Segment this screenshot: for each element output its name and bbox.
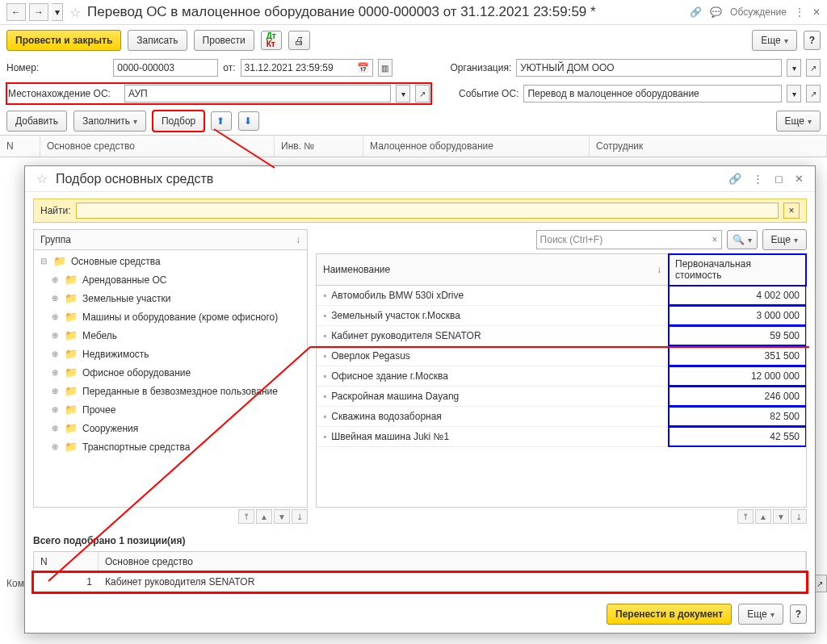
help-button-top[interactable]: ?	[804, 31, 821, 50]
modal-title: Подбор основных средств	[56, 172, 720, 186]
list-more-button[interactable]: Еще	[762, 229, 807, 250]
tree-item[interactable]: ⊕📁Офисное оборудование	[34, 363, 307, 382]
modal-close-icon[interactable]: ✕	[791, 173, 807, 185]
event-field[interactable]: Перевод в малоценное оборудование	[523, 85, 782, 102]
link-icon[interactable]: 🔗	[690, 6, 702, 18]
add-row-button[interactable]: Добавить	[6, 111, 67, 132]
nav-back-button[interactable]: ←	[6, 3, 26, 21]
list-item[interactable]: ▪Раскройная машина Dayang246 000	[317, 387, 806, 407]
expand-icon[interactable]: ⊕	[50, 424, 60, 433]
save-button[interactable]: Записать	[128, 30, 187, 51]
modal-favorite-icon[interactable]: ☆	[36, 171, 48, 186]
fill-button[interactable]: Заполнить	[73, 111, 146, 132]
search-clear-icon[interactable]: ×	[712, 234, 718, 245]
date-mode-button[interactable]: ▥	[378, 59, 393, 77]
event-dropdown[interactable]: ▾	[787, 85, 801, 102]
discuss-icon[interactable]: 💬	[710, 6, 722, 18]
list-item[interactable]: ▪Земельный участок г.Москва3 000 000	[317, 306, 806, 326]
folder-icon: 📁	[65, 348, 78, 360]
tree-item[interactable]: ⊕📁Недвижимость	[34, 345, 307, 363]
item-icon: ▪	[323, 431, 326, 442]
folder-icon: 📁	[65, 329, 78, 341]
expand-icon[interactable]: ⊕	[50, 405, 60, 414]
number-field[interactable]: 0000-000003	[113, 59, 218, 77]
expand-icon[interactable]: ⊕	[50, 387, 60, 395]
modal-link-icon[interactable]: 🔗	[725, 173, 745, 185]
tree-item[interactable]: ⊕📁Транспортные средства	[34, 437, 307, 456]
search-button[interactable]: 🔍	[727, 230, 758, 249]
group-column-header[interactable]: Группа ↓	[33, 229, 308, 250]
post-button[interactable]: Провести	[194, 30, 254, 51]
tree-item[interactable]: ⊕📁Прочее	[34, 400, 307, 419]
col-cost-header[interactable]: Первоначальная стоимость	[669, 254, 806, 286]
list-nav-up[interactable]: ▲	[755, 509, 771, 524]
modal-more-button[interactable]: Еще	[738, 604, 783, 625]
collapse-icon[interactable]: ⊟	[39, 257, 48, 266]
kebab-menu-icon[interactable]: ⋮	[795, 6, 804, 18]
tree-nav-up[interactable]: ▲	[256, 509, 272, 524]
modal-kebab-icon[interactable]: ⋮	[749, 173, 766, 185]
tree-root[interactable]: ⊟ 📁 Основные средства	[34, 252, 307, 270]
close-icon[interactable]: ✕	[812, 6, 821, 18]
tree-item[interactable]: ⊕📁Земельные участки	[34, 289, 307, 307]
print-button[interactable]: 🖨	[288, 31, 310, 50]
org-field[interactable]: УЮТНЫЙ ДОМ ООО	[516, 59, 782, 77]
tree-item[interactable]: ⊕📁Переданные в безвозмездное пользование	[34, 382, 307, 400]
nav-history-dropdown[interactable]: ▾	[52, 3, 63, 21]
list-nav-down[interactable]: ▼	[773, 509, 789, 524]
event-open[interactable]: ↗	[806, 85, 821, 102]
col-name-header[interactable]: Наименование↓	[317, 254, 669, 286]
dtkt-button[interactable]: ДтКт	[261, 31, 282, 50]
expand-icon[interactable]: ⊕	[50, 349, 60, 358]
list-item[interactable]: ▪Швейная машина Juki №142 550	[317, 427, 806, 447]
move-up-button[interactable]: ⬆	[211, 111, 232, 131]
pick-button[interactable]: Подбор	[153, 111, 204, 132]
transfer-to-doc-button[interactable]: Перенести в документ	[607, 604, 732, 625]
folder-icon: 📁	[65, 311, 78, 323]
tree-item[interactable]: ⊕📁Мебель	[34, 326, 307, 345]
tree-nav-down[interactable]: ▼	[274, 509, 290, 524]
expand-icon[interactable]: ⊕	[50, 275, 60, 284]
discuss-label[interactable]: Обсуждение	[730, 6, 787, 18]
location-field[interactable]: АУП	[124, 85, 391, 102]
folder-icon: 📁	[65, 274, 78, 286]
move-down-button[interactable]: ⬇	[238, 111, 259, 131]
list-item[interactable]: ▪Автомобиль BMW 530i xDrive4 002 000	[317, 286, 806, 306]
list-item[interactable]: ▪Кабинет руководителя SENATOR59 500	[317, 326, 806, 346]
more-button-top[interactable]: Еще	[752, 30, 796, 51]
table-more-button[interactable]: Еще	[776, 111, 821, 132]
calendar-icon[interactable]: 📅	[357, 62, 369, 73]
list-nav-first[interactable]: ⤒	[737, 509, 754, 524]
list-item[interactable]: ▪Скважина водозаборная82 500	[317, 407, 806, 427]
tree-item[interactable]: ⊕📁Арендованные ОС	[34, 270, 307, 289]
modal-maximize-icon[interactable]: ◻	[771, 173, 787, 185]
org-open[interactable]: ↗	[806, 59, 821, 77]
search-input-box[interactable]: Поиск (Ctrl+F) ×	[536, 230, 722, 249]
tree-item[interactable]: ⊕📁Машины и оборудование (кроме офисного)	[34, 307, 307, 326]
find-input[interactable]	[76, 203, 779, 219]
tree-item[interactable]: ⊕📁Сооружения	[34, 419, 307, 437]
pick-assets-dialog: ☆ Подбор основных средств 🔗 ⋮ ◻ ✕ Найти:…	[24, 165, 816, 634]
expand-icon[interactable]: ⊕	[50, 368, 60, 377]
list-nav-last[interactable]: ⤓	[791, 509, 807, 524]
tree-nav-last[interactable]: ⤓	[292, 509, 308, 524]
picked-row[interactable]: 1 Кабинет руководителя SENATOR	[33, 572, 807, 592]
post-and-close-button[interactable]: Провести и закрыть	[6, 30, 121, 51]
favorite-star-icon[interactable]: ☆	[69, 5, 81, 20]
list-item[interactable]: ▪Офисное здание г.Москва12 000 000	[317, 366, 806, 387]
group-tree[interactable]: ⊟ 📁 Основные средства ⊕📁Арендованные ОС⊕…	[33, 250, 308, 508]
tree-nav-first[interactable]: ⤒	[238, 509, 254, 524]
find-clear-button[interactable]: ×	[783, 203, 800, 219]
expand-icon[interactable]: ⊕	[50, 442, 60, 451]
expand-icon[interactable]: ⊕	[50, 312, 60, 321]
cost-cell: 42 550	[669, 427, 806, 446]
modal-help-button[interactable]: ?	[790, 604, 807, 624]
location-open[interactable]: ↗	[415, 85, 430, 102]
nav-forward-button[interactable]: →	[29, 3, 48, 21]
expand-icon[interactable]: ⊕	[50, 331, 60, 340]
org-dropdown[interactable]: ▾	[787, 59, 801, 77]
expand-icon[interactable]: ⊕	[50, 294, 60, 303]
location-dropdown[interactable]: ▾	[396, 85, 410, 102]
list-item[interactable]: ▪Оверлок Pegasus351 500	[317, 346, 806, 366]
date-field[interactable]: 31.12.2021 23:59:59📅	[241, 59, 373, 77]
